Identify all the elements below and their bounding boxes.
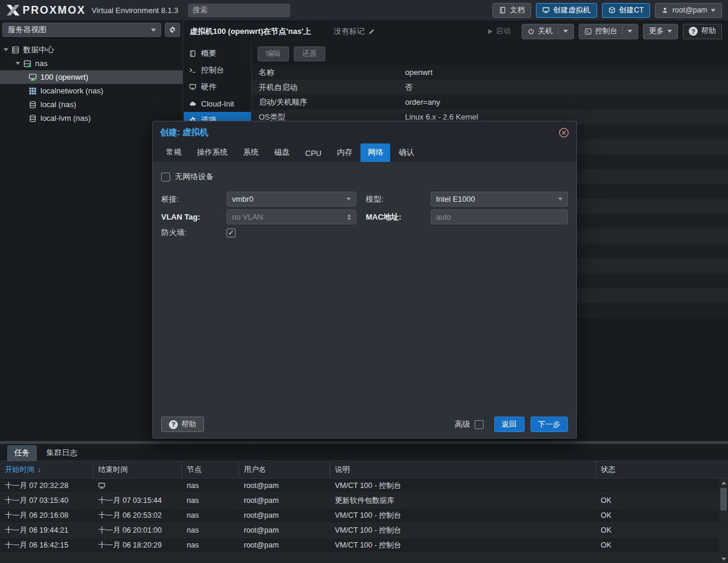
model-value: Intel E1000 xyxy=(436,195,475,204)
no-network-checkbox[interactable] xyxy=(161,173,170,182)
option-label: 启动/关机顺序 xyxy=(252,97,405,108)
search-input[interactable] xyxy=(188,4,290,17)
task-row[interactable]: 十一月 06 20:16:08 十一月 06 20:53:02 nas root… xyxy=(0,508,728,523)
view-selector-label: 服务器视图 xyxy=(8,24,46,35)
column-node[interactable]: 节点 xyxy=(182,461,239,478)
option-value: Linux 6.x - 2.6 Kernel xyxy=(405,112,728,121)
option-row[interactable]: 名称 openwrt xyxy=(252,65,728,80)
task-row[interactable]: 十一月 07 20:32:28 nas root@pam VM/CT 100 -… xyxy=(0,478,728,493)
form-row: 防火墙: ✓ xyxy=(161,227,568,238)
tree-item-localnetwork[interactable]: localnetwork (nas) xyxy=(0,84,183,98)
tab-confirm[interactable]: 确认 xyxy=(391,143,421,162)
subnav-label: 概要 xyxy=(201,48,216,59)
revert-button[interactable]: 还原 xyxy=(294,46,325,61)
close-button[interactable] xyxy=(558,127,569,138)
task-description: VM/CT 100 - 控制台 xyxy=(330,523,596,537)
subnav-item-console[interactable]: 控制台 xyxy=(184,62,251,79)
column-user[interactable]: 用户名 xyxy=(239,461,330,478)
task-user: root@pam xyxy=(239,538,330,552)
back-button[interactable]: 返回 xyxy=(494,417,525,432)
option-row[interactable]: 启动/关机顺序 order=any xyxy=(252,95,728,110)
model-select[interactable]: Intel E1000 xyxy=(431,192,568,207)
expander-icon[interactable] xyxy=(4,48,8,51)
task-user: root@pam xyxy=(239,508,330,523)
column-description[interactable]: 说明 xyxy=(330,461,596,478)
tab-disks[interactable]: 磁盘 xyxy=(267,143,297,162)
firewall-checkbox[interactable]: ✓ xyxy=(227,229,236,237)
column-label: 结束时间 xyxy=(98,465,128,475)
tab-os[interactable]: 操作系统 xyxy=(190,143,235,162)
help-button[interactable]: ? 帮助 xyxy=(683,24,722,39)
tab-tasks[interactable]: 任务 xyxy=(7,445,37,461)
create-ct-button[interactable]: 创建CT xyxy=(602,3,651,18)
task-row[interactable]: 十一月 06 16:42:15 十一月 06 18:20:29 nas root… xyxy=(0,538,728,553)
subnav-label: 硬件 xyxy=(201,82,216,92)
view-selector[interactable]: 服务器视图 xyxy=(2,23,161,37)
config-gear-button[interactable] xyxy=(165,23,180,37)
options-toolbar: 编辑 还原 xyxy=(252,42,728,65)
tab-system[interactable]: 系统 xyxy=(236,143,266,162)
node-icon xyxy=(23,60,32,68)
tree-item-datacenter[interactable]: 数据中心 xyxy=(0,43,183,57)
option-row[interactable]: 开机自启动 否 xyxy=(252,80,728,95)
task-row[interactable]: 十一月 07 03:15:40 十一月 07 03:15:44 nas root… xyxy=(0,493,728,508)
more-button[interactable]: 更多 xyxy=(643,24,678,39)
column-start-time[interactable]: 开始时间 ↓ xyxy=(0,461,93,478)
tab-general[interactable]: 常规 xyxy=(159,143,189,162)
scroll-down-icon[interactable] xyxy=(719,555,728,563)
chevron-down-icon xyxy=(346,198,351,201)
chevron-down-icon[interactable] xyxy=(563,30,568,33)
tree-item-label: nas xyxy=(35,59,48,68)
datacenter-icon xyxy=(11,46,20,54)
power-icon xyxy=(528,28,535,35)
tab-network[interactable]: 网络 xyxy=(360,143,390,162)
task-end: 十一月 06 18:20:29 xyxy=(93,538,182,552)
dialog-tabs: 常规 操作系统 系统 磁盘 CPU 内存 网络 确认 xyxy=(153,143,576,162)
column-status[interactable]: 状态 xyxy=(596,461,728,478)
tab-cluster-log[interactable]: 集群日志 xyxy=(39,445,84,461)
tab-cpu[interactable]: CPU xyxy=(298,145,328,162)
vm-action-buttons: 启动 关机 控制台 xyxy=(482,24,723,39)
spinner-icons[interactable] xyxy=(347,214,351,220)
column-label: 开始时间 xyxy=(5,465,34,475)
tab-memory[interactable]: 内存 xyxy=(330,143,359,162)
spin-up-icon[interactable] xyxy=(347,214,351,217)
dialog-header[interactable]: 创建: 虚拟机 xyxy=(153,121,576,143)
next-button[interactable]: 下一步 xyxy=(531,417,569,432)
chevron-down-icon[interactable] xyxy=(627,30,632,33)
task-start: 十一月 07 20:32:28 xyxy=(0,478,93,493)
subnav-item-cloudinit[interactable]: Cloud-Init xyxy=(184,95,251,112)
task-status: OK xyxy=(596,493,728,508)
tree-item-local[interactable]: local (nas) xyxy=(0,98,183,111)
tree-item-vm-100[interactable]: 100 (openwrt) xyxy=(0,70,183,84)
column-end-time[interactable]: 结束时间 xyxy=(93,461,182,478)
create-vm-button[interactable]: 创建虚拟机 xyxy=(536,3,597,18)
scroll-up-icon[interactable] xyxy=(719,478,728,487)
spin-down-icon[interactable] xyxy=(347,218,351,220)
bottom-tabs: 任务 集群日志 xyxy=(0,444,728,461)
no-network-row: 无网络设备 xyxy=(161,171,568,182)
subnav-item-summary[interactable]: 概要 xyxy=(184,45,251,62)
task-row[interactable]: 十一月 06 19:44:21 十一月 06 20:01:00 nas root… xyxy=(0,523,728,538)
documentation-button[interactable]: 文档 xyxy=(492,3,531,18)
vlan-spinner[interactable]: no VLAN xyxy=(227,209,356,224)
subnav-label: Cloud-Init xyxy=(201,99,234,108)
logo-text: PROXMOX xyxy=(23,4,86,17)
shutdown-button[interactable]: 关机 xyxy=(522,24,574,39)
subnav-item-hardware[interactable]: 硬件 xyxy=(184,79,251,95)
tasks-scrollbar[interactable] xyxy=(719,478,728,563)
scrollbar-thumb[interactable] xyxy=(720,488,727,511)
console-button[interactable]: 控制台 xyxy=(579,24,639,39)
edit-button[interactable]: 编辑 xyxy=(258,46,289,61)
start-button[interactable]: 启动 xyxy=(482,24,517,39)
bridge-select[interactable]: vmbr0 xyxy=(227,192,356,207)
page-title: 虚拟机100 (openwrt)在节点'nas'上 xyxy=(190,26,311,37)
mac-input[interactable]: auto xyxy=(431,209,568,224)
tags-label: 没有标记 xyxy=(334,26,365,37)
dialog-help-button[interactable]: ? 帮助 xyxy=(161,417,204,432)
expander-icon[interactable] xyxy=(15,62,20,65)
advanced-checkbox[interactable] xyxy=(475,420,484,429)
tags-editor[interactable]: 没有标记 xyxy=(334,26,375,37)
tree-item-node-nas[interactable]: nas xyxy=(0,57,183,70)
user-menu-button[interactable]: root@pam xyxy=(655,3,722,18)
